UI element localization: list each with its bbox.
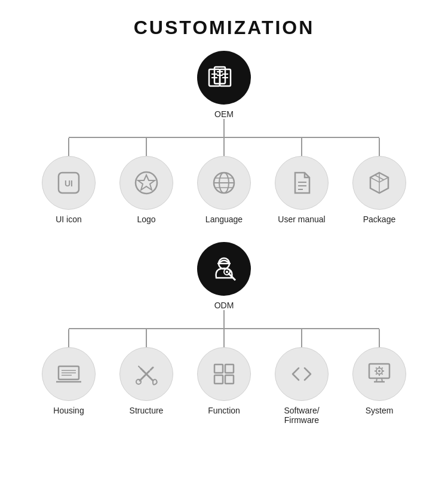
odm-connector-v <box>223 310 225 328</box>
child-software: Software/ Firmware <box>263 329 340 425</box>
svg-rect-41 <box>225 375 234 384</box>
child-housing: Housing <box>30 329 108 425</box>
svg-line-37 <box>139 366 141 369</box>
language-connector <box>223 138 225 156</box>
logo-svg-icon <box>131 168 161 198</box>
system-connector <box>379 329 380 347</box>
ui-icon-connector <box>68 138 69 156</box>
oem-label: OEM <box>214 109 234 119</box>
svg-point-25 <box>226 271 228 273</box>
package-circle <box>352 156 406 210</box>
ui-svg-icon: UI <box>54 168 84 198</box>
user-manual-label: User manual <box>278 215 325 224</box>
svg-line-34 <box>151 367 153 370</box>
child-structure: Structure <box>108 329 185 425</box>
odm-icon <box>208 253 240 285</box>
housing-svg-icon <box>54 359 84 389</box>
housing-label: Housing <box>53 406 84 415</box>
software-svg-icon <box>287 359 317 389</box>
page-title: CUSTOMIZATION <box>134 17 315 39</box>
function-circle <box>197 347 251 401</box>
housing-connector <box>68 329 69 347</box>
logo-circle <box>119 156 173 210</box>
structure-circle <box>119 347 173 401</box>
system-svg-icon <box>364 359 394 389</box>
oem-icon <box>208 65 240 91</box>
oem-h-bar <box>69 137 379 138</box>
child-ui-icon: UI UI icon <box>30 138 108 224</box>
svg-line-53 <box>382 373 382 374</box>
svg-rect-38 <box>214 364 223 373</box>
system-label: System <box>366 406 394 415</box>
logo-label: Logo <box>137 215 155 224</box>
language-label: Language <box>205 215 243 224</box>
svg-rect-40 <box>214 375 223 384</box>
ui-icon-label: UI icon <box>56 215 82 224</box>
language-svg-icon <box>209 168 239 198</box>
oem-connector-v <box>223 119 225 137</box>
ui-icon-circle: UI <box>42 156 96 210</box>
structure-label: Structure <box>130 406 164 415</box>
child-language: Language <box>185 138 263 224</box>
user-manual-circle <box>275 156 329 210</box>
child-package: Package <box>340 138 418 224</box>
oem-root: OEM <box>197 51 251 119</box>
function-label: Function <box>208 406 240 415</box>
housing-circle <box>42 347 96 401</box>
system-circle <box>352 347 406 401</box>
odm-children-row: Housing Structure <box>30 329 418 425</box>
svg-point-33 <box>136 379 141 384</box>
svg-text:UI: UI <box>65 179 73 188</box>
svg-point-47 <box>378 370 381 372</box>
child-logo: Logo <box>108 138 185 224</box>
function-connector <box>223 329 225 347</box>
svg-marker-12 <box>138 175 155 190</box>
user-manual-connector <box>301 138 302 156</box>
child-system: System <box>340 329 418 425</box>
oem-icon-circle <box>197 51 251 105</box>
software-label: Software/ Firmware <box>284 406 319 425</box>
odm-section: ODM Housing <box>0 242 448 425</box>
odm-icon-circle <box>197 242 251 296</box>
function-svg-icon <box>209 359 239 389</box>
svg-line-52 <box>376 367 376 368</box>
odm-label: ODM <box>214 301 234 310</box>
structure-svg-icon <box>131 359 161 389</box>
logo-connector <box>146 138 147 156</box>
language-circle <box>197 156 251 210</box>
svg-line-54 <box>382 367 382 368</box>
structure-connector <box>146 329 147 347</box>
software-connector <box>301 329 302 347</box>
user-manual-svg-icon <box>287 168 317 198</box>
software-circle <box>275 347 329 401</box>
svg-rect-39 <box>225 364 234 373</box>
package-connector <box>379 138 380 156</box>
odm-h-bar <box>69 328 379 329</box>
package-svg-icon <box>364 168 394 198</box>
odm-root: ODM <box>197 242 251 310</box>
oem-section: CUSTOMIZATION OEM <box>0 0 448 224</box>
svg-line-55 <box>376 373 376 374</box>
child-function: Function <box>185 329 263 425</box>
child-user-manual: User manual <box>263 138 340 224</box>
package-label: Package <box>363 215 395 224</box>
oem-children-row: UI UI icon Logo <box>30 138 418 224</box>
